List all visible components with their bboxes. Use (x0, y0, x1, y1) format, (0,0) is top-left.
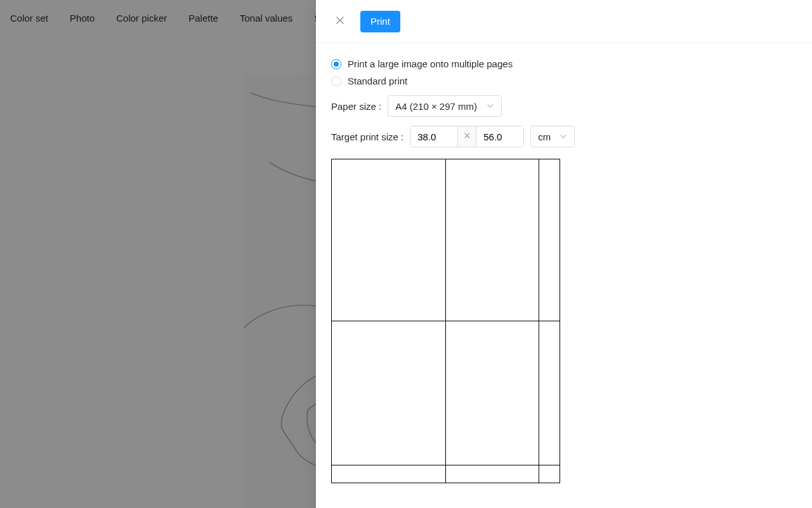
radio-standard[interactable] (331, 76, 341, 86)
preview-tile (539, 321, 560, 465)
close-button[interactable] (331, 13, 349, 30)
paper-size-select[interactable]: A4 (210 × 297 mm) (388, 95, 502, 117)
size-separator (457, 126, 476, 147)
preview-tile (331, 321, 446, 465)
preview-tile (331, 159, 446, 321)
preview-tile (539, 159, 560, 321)
height-input[interactable] (476, 126, 523, 147)
option-multi-page-row: Print a large image onto multiple pages (331, 58, 797, 69)
target-size-row: Target print size : cm (331, 126, 797, 147)
chevron-down-icon (560, 133, 567, 140)
close-icon (335, 15, 345, 27)
radio-multi-page[interactable] (331, 59, 341, 69)
multiply-icon (464, 132, 471, 141)
paper-size-row: Paper size : A4 (210 × 297 mm) (331, 95, 797, 117)
print-button[interactable]: Print (360, 11, 400, 32)
drawer-body: Print a large image onto multiple pages … (316, 43, 812, 508)
preview-tile (445, 321, 539, 465)
unit-value: cm (538, 131, 551, 142)
target-size-group (410, 126, 524, 147)
preview-tile (539, 465, 560, 483)
chevron-down-icon (487, 102, 494, 110)
print-preview (331, 159, 560, 483)
preview-tile (331, 465, 446, 483)
paper-size-label: Paper size : (331, 101, 381, 112)
paper-size-value: A4 (210 × 297 mm) (395, 101, 477, 112)
width-input[interactable] (410, 126, 457, 147)
preview-tile (445, 159, 539, 321)
drawer-header: Print (316, 0, 812, 43)
unit-select[interactable]: cm (530, 126, 575, 147)
option-standard-row: Standard print (331, 76, 797, 86)
preview-tile (445, 465, 539, 483)
target-size-label: Target print size : (331, 131, 403, 142)
print-drawer: Print Print a large image onto multiple … (316, 0, 812, 508)
option-multi-page-label: Print a large image onto multiple pages (348, 58, 513, 69)
option-standard-label: Standard print (348, 76, 407, 86)
